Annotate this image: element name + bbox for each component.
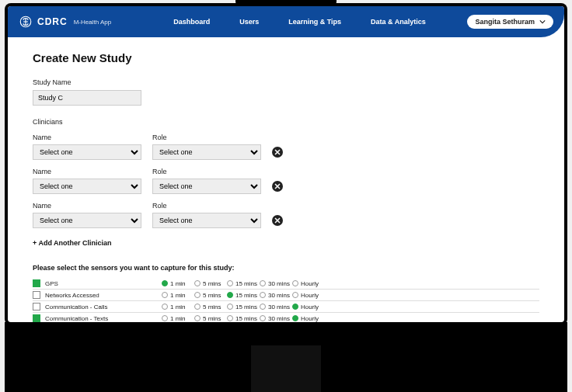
freq-radio[interactable] — [227, 315, 233, 321]
freq-radio[interactable] — [292, 292, 298, 298]
freq-label: 15 mins — [235, 304, 257, 310]
sensor-row: GPS1 min5 mins15 mins30 minsHourly — [33, 278, 539, 290]
freq-radio[interactable] — [194, 292, 201, 298]
close-icon — [274, 217, 281, 224]
app-subtitle: M-Health App — [74, 19, 111, 26]
freq-radio[interactable] — [260, 280, 266, 286]
freq-radio[interactable] — [227, 304, 233, 310]
freq-radio[interactable] — [292, 304, 298, 310]
name-label: Name — [33, 134, 141, 141]
clinician-row: NameSelect oneRoleSelect one — [33, 134, 539, 160]
freq-label: 5 mins — [203, 304, 221, 310]
sensor-checkbox[interactable] — [33, 303, 40, 310]
remove-clinician-button[interactable] — [272, 181, 283, 192]
freq-label: Hourly — [301, 304, 319, 310]
freq-radio[interactable] — [162, 315, 168, 321]
clinician-role-select[interactable]: Select one — [152, 179, 261, 194]
freq-radio[interactable] — [162, 304, 168, 310]
freq-label: Hourly — [301, 280, 319, 287]
freq-label: Hourly — [301, 292, 319, 299]
freq-label: 5 mins — [203, 315, 221, 322]
role-label: Role — [152, 134, 261, 141]
freq-radio[interactable] — [260, 315, 266, 321]
freq-label: Hourly — [301, 315, 319, 322]
clinician-name-select[interactable]: Select one — [33, 144, 141, 160]
close-icon — [274, 183, 281, 189]
freq-label: 1 min — [170, 280, 186, 287]
clinician-role-select[interactable]: Select one — [152, 213, 261, 228]
study-name-input[interactable] — [33, 90, 141, 106]
freq-label: 1 min — [170, 304, 186, 310]
sensor-row: Networks Accessed1 min5 mins15 mins30 mi… — [33, 290, 539, 301]
freq-radio[interactable] — [194, 304, 201, 310]
nav-dashboard[interactable]: Dashboard — [173, 18, 210, 26]
sensor-row: Communication - Texts1 min5 mins15 mins3… — [33, 313, 539, 322]
user-name: Sangita Sethuram — [475, 18, 535, 26]
sensor-name: Communication - Texts — [45, 315, 162, 322]
freq-radio[interactable] — [292, 280, 298, 286]
page-content: Create New Study Study Name Clinicians N… — [8, 37, 564, 322]
user-menu[interactable]: Sangita Sethuram — [467, 15, 553, 29]
clinician-row: NameSelect oneRoleSelect one — [33, 202, 539, 228]
freq-radio[interactable] — [162, 292, 168, 298]
add-clinician-link[interactable]: + Add Another Clinician — [33, 239, 539, 247]
sensor-name: Networks Accessed — [45, 292, 162, 299]
freq-label: 5 mins — [203, 292, 221, 299]
sensor-row: Communication - Calls1 min5 mins15 mins3… — [33, 301, 539, 313]
page-title: Create New Study — [33, 51, 539, 64]
nav-data[interactable]: Data & Analytics — [371, 18, 426, 26]
freq-label: 15 mins — [235, 292, 257, 299]
clinicians-section-label: Clinicians — [33, 118, 539, 126]
remove-clinician-button[interactable] — [272, 147, 283, 158]
clinician-role-select[interactable]: Select one — [152, 144, 261, 160]
freq-radio[interactable] — [194, 280, 201, 286]
freq-label: 1 min — [170, 315, 186, 322]
freq-label: 15 mins — [235, 280, 257, 287]
sensors-prompt: Please select the sensors you want to ca… — [33, 264, 539, 272]
freq-label: 30 mins — [268, 304, 290, 310]
freq-radio[interactable] — [162, 280, 168, 286]
sensor-name: GPS — [45, 280, 162, 287]
role-label: Role — [152, 168, 261, 175]
role-label: Role — [152, 202, 261, 210]
remove-clinician-button[interactable] — [272, 215, 283, 226]
close-icon — [274, 149, 281, 155]
sensor-checkbox[interactable] — [33, 291, 40, 299]
chevron-down-icon — [539, 19, 546, 25]
freq-label: 30 mins — [268, 315, 290, 322]
header-bar: CDRC M-Health App Dashboard Users Learni… — [8, 6, 564, 37]
freq-radio[interactable] — [227, 292, 233, 298]
freq-radio[interactable] — [260, 304, 266, 310]
freq-radio[interactable] — [260, 292, 266, 298]
app-screen: CDRC M-Health App Dashboard Users Learni… — [8, 6, 564, 322]
nav-users[interactable]: Users — [239, 18, 259, 26]
nav-learning[interactable]: Learning & Tips — [288, 18, 341, 26]
study-name-label: Study Name — [33, 78, 539, 86]
clinician-name-select[interactable]: Select one — [33, 179, 141, 194]
clinician-name-select[interactable]: Select one — [33, 213, 141, 228]
main-nav: Dashboard Users Learning & Tips Data & A… — [173, 18, 426, 26]
name-label: Name — [33, 168, 141, 175]
freq-radio[interactable] — [227, 280, 233, 286]
sensor-checkbox[interactable] — [33, 314, 40, 322]
freq-label: 30 mins — [268, 292, 290, 299]
freq-radio[interactable] — [194, 315, 201, 321]
freq-radio[interactable] — [292, 315, 298, 321]
name-label: Name — [33, 202, 141, 210]
sensor-name: Communication - Calls — [45, 304, 162, 310]
freq-label: 1 min — [170, 292, 186, 299]
clinician-row: NameSelect oneRoleSelect one — [33, 168, 539, 194]
freq-label: 5 mins — [203, 280, 221, 287]
freq-label: 30 mins — [268, 280, 290, 287]
brand-name: CDRC — [37, 16, 68, 27]
brain-icon — [19, 15, 33, 29]
sensor-checkbox[interactable] — [33, 279, 40, 287]
freq-label: 15 mins — [235, 315, 257, 322]
